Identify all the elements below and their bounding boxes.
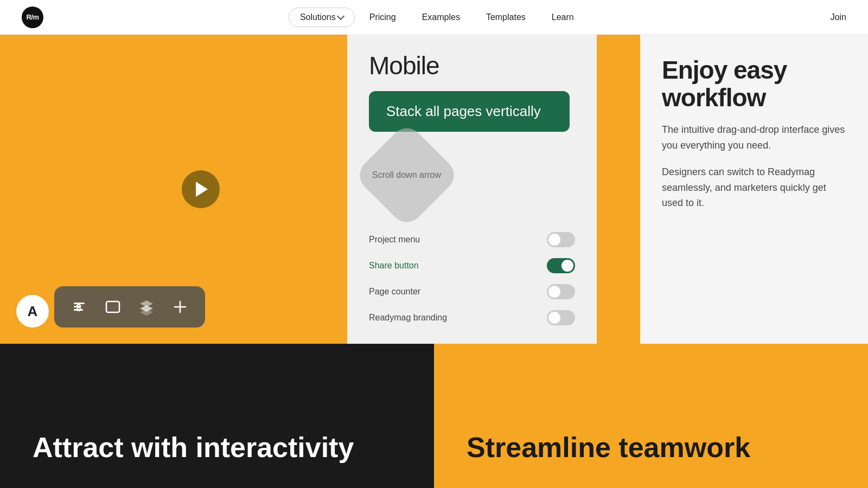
nav-learn[interactable]: Learn xyxy=(540,8,585,27)
stack-pages-button[interactable]: Stack all pages vertically xyxy=(369,91,570,132)
toggle-label-project-menu: Project menu xyxy=(369,235,420,245)
enjoy-desc-2: Designers can switch to Readymag seamles… xyxy=(662,164,846,211)
toggle-switch-page-counter[interactable] xyxy=(547,284,575,299)
scroll-arrow-label: Scroll down arrow xyxy=(372,170,441,181)
main-content: A 8 xyxy=(0,35,868,488)
toggle-switch-readymag-branding[interactable] xyxy=(547,310,575,325)
toggle-switch-share-button[interactable] xyxy=(547,258,575,273)
enjoy-desc-1: The intuitive drag-and-drop interface gi… xyxy=(662,122,846,153)
nav-center: Solutions Pricing Examples Templates Lea… xyxy=(289,8,585,27)
right-orange-bar xyxy=(597,35,640,344)
nav-pricing[interactable]: Pricing xyxy=(358,8,407,27)
play-button[interactable] xyxy=(182,170,220,208)
attract-title: Attract with interactivity xyxy=(33,432,354,463)
right-section: Enjoy easy workflow The intuitive drag-a… xyxy=(597,35,868,344)
toggle-knob-share-button xyxy=(561,260,573,272)
toggle-knob-project-menu xyxy=(548,234,560,246)
toggle-switch-project-menu[interactable] xyxy=(547,232,575,247)
right-panel: Enjoy easy workflow The intuitive drag-a… xyxy=(640,35,868,344)
toggle-knob-page-counter xyxy=(548,286,560,298)
toggle-knob-readymag-branding xyxy=(548,312,560,324)
enjoy-title: Enjoy easy workflow xyxy=(662,56,846,111)
chevron-down-icon xyxy=(337,12,344,20)
layers-tool-icon[interactable] xyxy=(132,293,161,321)
bottom-dark-panel: Attract with interactivity xyxy=(0,344,434,488)
avatar: A xyxy=(16,295,49,328)
play-icon xyxy=(196,182,208,197)
bottom-orange-panel: Streamline teamwork xyxy=(434,344,868,488)
toggle-readymag-branding: Readymag branding xyxy=(369,308,575,328)
svg-rect-4 xyxy=(106,301,119,312)
add-tool-icon[interactable] xyxy=(166,293,194,321)
navbar: R/m Solutions Pricing Examples Templates… xyxy=(0,0,868,35)
left-orange-panel: A 8 xyxy=(0,35,347,344)
toggle-label-page-counter: Page counter xyxy=(369,287,420,297)
bottom-section: Attract with interactivity Streamline te… xyxy=(0,344,868,488)
toggle-share-button: Share button xyxy=(369,256,575,275)
toggle-page-counter: Page counter xyxy=(369,282,575,301)
toggle-label-share-button: Share button xyxy=(369,261,419,271)
toggles-section: Project menu Share button Page counter xyxy=(369,230,575,328)
toolbar: 8 xyxy=(54,286,205,328)
top-section: A 8 xyxy=(0,35,868,344)
svg-text:8: 8 xyxy=(76,303,81,313)
streamline-title: Streamline teamwork xyxy=(467,432,750,463)
layout-tool-icon[interactable] xyxy=(99,293,127,321)
nav-examples[interactable]: Examples xyxy=(411,8,471,27)
svg-marker-7 xyxy=(140,309,153,316)
nav-solutions[interactable]: Solutions xyxy=(289,8,355,27)
logo[interactable]: R/m xyxy=(22,7,43,28)
middle-panel: Mobile Stack all pages vertically Scroll… xyxy=(347,35,597,344)
toggle-label-readymag-branding: Readymag branding xyxy=(369,313,447,323)
nav-templates[interactable]: Templates xyxy=(475,8,537,27)
join-link[interactable]: Join xyxy=(831,12,846,22)
toggle-project-menu: Project menu xyxy=(369,230,575,249)
scroll-arrow-section: Scroll down arrow xyxy=(369,137,575,213)
scroll-arrow-shape: Scroll down arrow xyxy=(353,121,461,229)
text-tool-icon[interactable]: 8 xyxy=(65,293,93,321)
mobile-title: Mobile xyxy=(369,51,575,80)
